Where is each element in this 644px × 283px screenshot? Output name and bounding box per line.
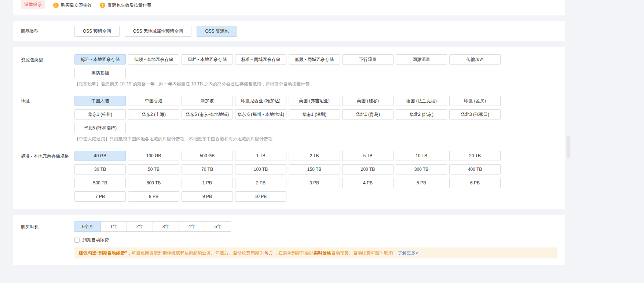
spec-label: 标准 - 本地冗余存储规格 <box>21 151 74 159</box>
spec-option[interactable]: 1 TB <box>235 151 286 161</box>
notice-text: 可避免因资源到期停机或释放而影响业务。勾选后，自动续费周期为 <box>132 250 264 256</box>
scrollbar-thumb[interactable] <box>567 136 570 158</box>
product-type-option[interactable]: OSS 预留空间 <box>74 26 120 37</box>
renew-notice: 建议勾选“到期自动续费”， 可避免因资源到期停机或释放而影响业务。勾选后，自动续… <box>74 247 557 258</box>
spec-option[interactable]: 500 GB <box>182 151 233 161</box>
duration-option[interactable]: 6个月 <box>74 221 101 232</box>
duration-options: 6个月1年2年3年4年5年 <box>74 221 231 232</box>
region-option[interactable]: 华东2 (上海) <box>128 109 179 120</box>
package-type-option[interactable]: 低频 - 同城冗余存储 <box>289 54 340 65</box>
spec-options: 40 GB100 GB500 GB1 TB2 TB5 TB10 TB20 TB3… <box>74 151 565 202</box>
spec-option[interactable]: 10 PB <box>235 191 286 202</box>
region-option[interactable]: 中国大陆 <box>74 96 126 106</box>
package-type-label: 资源包类型 <box>21 54 74 63</box>
region-option[interactable]: 华北5 (呼和浩特) <box>74 123 126 133</box>
tip-item: ! 资源包失效后按量付费 <box>100 2 151 8</box>
package-type-option[interactable]: 高防基础 <box>74 68 126 78</box>
package-type-option[interactable]: 下行流量 <box>342 54 394 65</box>
buy-page-content: 温馨提示 ! 购买后立即生效 ! 资源包失效后按量付费 商品类型 OSS 预留空… <box>13 0 565 265</box>
spec-option[interactable]: 2 PB <box>235 178 286 188</box>
region-option[interactable]: 华北1 (青岛) <box>342 109 394 120</box>
region-note: 【中国大陆通用】只能抵扣中国内地各地域的对应计费项，不能抵扣中国香港和海外地域的… <box>74 136 565 142</box>
product-type-card: 商品类型 OSS 预留空间OSS 无地域属性预留空间OSS 资源包 <box>13 21 565 41</box>
auto-renew-label: 到期自动续费 <box>83 237 109 243</box>
spec-option[interactable]: 5 TB <box>342 151 394 161</box>
package-type-option[interactable]: 标准 - 同城冗余存储 <box>235 54 286 65</box>
package-type-note: 【抵扣说明】若您购买 10 TB 的规格一年，则一年内容量在 10 TB 之内的… <box>74 81 565 87</box>
product-type-option[interactable]: OSS 资源包 <box>197 26 237 37</box>
package-type-option[interactable]: 回源流量 <box>396 54 447 65</box>
spec-option[interactable]: 500 TB <box>74 178 126 188</box>
spec-content: 40 GB100 GB500 GB1 TB2 TB5 TB10 TB20 TB3… <box>74 151 565 202</box>
auto-renew-row: 到期自动续费 <box>74 237 557 243</box>
spec-option[interactable]: 7 PB <box>74 191 126 202</box>
purchase-duration-card: 购买时长 6个月1年2年3年4年5年 到期自动续费 建议勾选“到期自动续费”， … <box>13 215 565 265</box>
region-option[interactable]: 中国香港 <box>128 96 179 106</box>
spec-option[interactable]: 8 PB <box>128 191 179 202</box>
region-option[interactable]: 华东5 (南京-本地地域) <box>182 109 233 120</box>
spec-option[interactable]: 200 TB <box>342 164 394 174</box>
spec-option[interactable]: 9 PB <box>182 191 233 202</box>
spec-option[interactable]: 40 GB <box>74 151 126 161</box>
spec-option[interactable]: 300 TB <box>396 164 447 174</box>
package-type-option[interactable]: 归档 - 本地冗余存储 <box>182 54 233 65</box>
duration-label: 购买时长 <box>21 221 74 230</box>
notice-text: 实时价格 <box>314 250 331 256</box>
notice-text: ，在实例到期前会以 <box>274 250 314 256</box>
duration-option[interactable]: 5年 <box>205 221 231 232</box>
spec-option[interactable]: 100 TB <box>235 164 286 174</box>
region-row: 地域 中国大陆中国香港新加坡印度尼西亚 (雅加达)美国 (弗吉尼亚)美国 (硅谷… <box>21 96 565 142</box>
spec-option[interactable]: 70 TB <box>182 164 233 174</box>
region-option[interactable]: 华东 6 (福州 - 本地地域) <box>235 109 286 120</box>
spec-option[interactable]: 6 PB <box>449 178 501 188</box>
learn-more-link[interactable]: 了解更多> <box>398 250 418 256</box>
auto-renew-checkbox[interactable] <box>74 238 80 243</box>
spec-option[interactable]: 20 TB <box>449 151 501 161</box>
product-type-option[interactable]: OSS 无地域属性预留空间 <box>125 26 192 37</box>
region-option[interactable]: 印度 (孟买) <box>449 96 501 106</box>
region-option[interactable]: 新加坡 <box>182 96 233 106</box>
tip-text: 购买后立即生效 <box>61 2 92 8</box>
spec-row: 标准 - 本地冗余存储规格 40 GB100 GB500 GB1 TB2 TB5… <box>21 151 565 202</box>
region-option[interactable]: 美国 (弗吉尼亚) <box>289 96 340 106</box>
package-type-content: 标准 - 本地冗余存储低频 - 本地冗余存储归档 - 本地冗余存储标准 - 同城… <box>74 54 565 87</box>
package-config-card: 资源包类型 标准 - 本地冗余存储低频 - 本地冗余存储归档 - 本地冗余存储标… <box>13 47 565 209</box>
duration-option[interactable]: 2年 <box>127 221 153 232</box>
spec-option[interactable]: 2 TB <box>289 151 340 161</box>
region-option[interactable]: 德国 (法兰克福) <box>396 96 447 106</box>
notice-icon: ! <box>100 3 105 8</box>
spec-option[interactable]: 150 TB <box>289 164 340 174</box>
spec-option[interactable]: 100 GB <box>128 151 179 161</box>
spec-option[interactable]: 5 PB <box>396 178 447 188</box>
package-type-options: 标准 - 本地冗余存储低频 - 本地冗余存储归档 - 本地冗余存储标准 - 同城… <box>74 54 565 78</box>
tip-item: ! 购买后立即生效 <box>53 2 92 8</box>
duration-option[interactable]: 3年 <box>153 221 179 232</box>
spec-option[interactable]: 400 TB <box>449 164 501 174</box>
spec-option[interactable]: 30 TB <box>74 164 126 174</box>
region-option[interactable]: 华南1 (深圳) <box>289 109 340 120</box>
region-option[interactable]: 美国 (硅谷) <box>342 96 394 106</box>
region-option[interactable]: 华北2 (北京) <box>396 109 447 120</box>
package-type-option[interactable]: 低频 - 本地冗余存储 <box>128 54 179 65</box>
region-options: 中国大陆中国香港新加坡印度尼西亚 (雅加达)美国 (弗吉尼亚)美国 (硅谷)德国… <box>74 96 565 133</box>
region-label: 地域 <box>21 96 74 104</box>
region-option[interactable]: 华东1 (杭州) <box>74 109 126 120</box>
package-type-option[interactable]: 标准 - 本地冗余存储 <box>74 54 126 65</box>
tips-card: 温馨提示 ! 购买后立即生效 ! 资源包失效后按量付费 <box>13 0 565 15</box>
region-content: 中国大陆中国香港新加坡印度尼西亚 (雅加达)美国 (弗吉尼亚)美国 (硅谷)德国… <box>74 96 565 142</box>
duration-option[interactable]: 4年 <box>179 221 205 232</box>
spec-option[interactable]: 50 TB <box>128 164 179 174</box>
spec-option[interactable]: 10 TB <box>396 151 447 161</box>
spec-option[interactable]: 800 TB <box>128 178 179 188</box>
spec-option[interactable]: 1 PB <box>182 178 233 188</box>
product-type-options: OSS 预留空间OSS 无地域属性预留空间OSS 资源包 <box>74 26 237 37</box>
tips-badge: 温馨提示 <box>21 0 45 9</box>
spec-option[interactable]: 3 PB <box>289 178 340 188</box>
region-option[interactable]: 华北3 (张家口) <box>449 109 501 120</box>
product-type-label: 商品类型 <box>21 28 74 34</box>
package-type-row: 资源包类型 标准 - 本地冗余存储低频 - 本地冗余存储归档 - 本地冗余存储标… <box>21 54 565 87</box>
duration-option[interactable]: 1年 <box>100 221 127 232</box>
spec-option[interactable]: 4 PB <box>342 178 394 188</box>
region-option[interactable]: 印度尼西亚 (雅加达) <box>235 96 286 106</box>
package-type-option[interactable]: 传输加速 <box>449 54 501 65</box>
